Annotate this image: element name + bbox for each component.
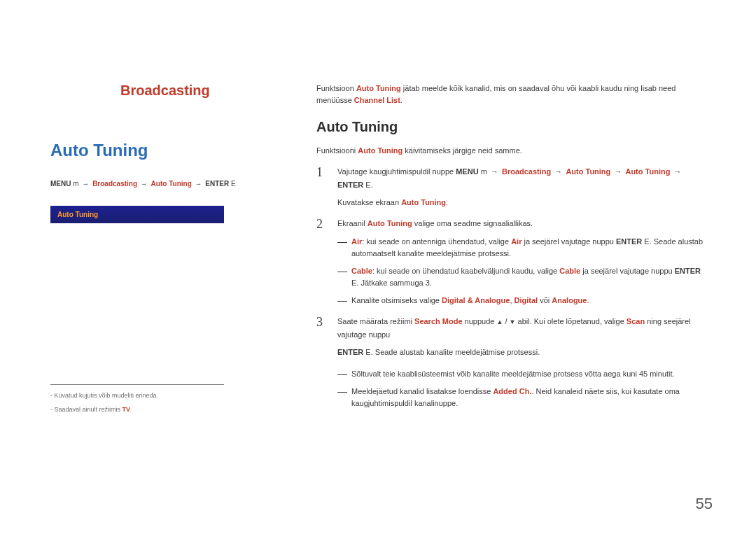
step-3-num: 3: [316, 315, 328, 358]
s2-d2-c: Cable: [559, 267, 580, 275]
s1-bc: Broadcasting: [502, 167, 551, 176]
s2-d1-a: Air: [351, 237, 362, 246]
arrow-icon: →: [82, 180, 89, 188]
menu-breadcrumb: MENU m → Broadcasting → Auto Tuning → EN…: [50, 180, 267, 188]
s2-d3-mid: või: [538, 296, 552, 304]
s1-l2b: Auto Tuning: [401, 198, 446, 206]
step-2-dash-3: ― Kanalite otsimiseks valige Digital & A…: [337, 295, 706, 307]
sub-intro-at: Auto Tuning: [358, 146, 402, 155]
s3-enter: ENTER: [337, 348, 363, 356]
s2-d2-enter: ENTER: [675, 267, 701, 275]
sub-intro-b: käivitamiseks järgige neid samme.: [402, 146, 522, 155]
s2-d1-d: ja seejärel vajutage nuppu: [522, 237, 616, 246]
triangle-up-icon: [496, 317, 503, 325]
arrow-icon: →: [491, 167, 498, 176]
s2-d1-c: Air: [511, 237, 522, 246]
s1-e: E: [365, 181, 370, 189]
intro-channel-list: Channel List: [354, 96, 400, 104]
s2-d1-e: E: [644, 237, 649, 246]
s2-b: valige oma seadme signaaliallikas.: [412, 219, 533, 227]
sub-intro: Funktsiooni Auto Tuning käivitamiseks jä…: [316, 145, 706, 157]
s1-m: m: [481, 167, 487, 176]
s1-l2a: Kuvatakse ekraan: [337, 198, 401, 206]
s2-d2-a: Cable: [351, 267, 372, 275]
footnote-1: - Kuvatud kujutis võib mudeliti erineda.: [50, 392, 267, 399]
intro-text-c: .: [400, 96, 402, 104]
s2-d3-a: Kanalite otsimiseks valige: [351, 296, 442, 304]
arrow-icon: →: [141, 180, 148, 188]
ui-sample-bar: Auto Tuning: [50, 206, 224, 223]
crumb-auto-tuning: Auto Tuning: [151, 180, 192, 188]
dash-icon: ―: [337, 295, 347, 307]
step-2-num: 2: [316, 217, 328, 307]
intro-auto-tuning: Auto Tuning: [356, 84, 401, 92]
s3-c: abil. Kui olete lõpetanud, valige: [515, 317, 626, 325]
note-1-body: Sõltuvalt teie kaablisüsteemist võib kan…: [351, 368, 706, 380]
step-2: 2 Ekraanil Auto Tuning valige oma seadme…: [316, 217, 706, 307]
s2-d3-d: Analogue: [552, 296, 587, 304]
s1-at: Auto Tuning: [566, 167, 610, 176]
footnote-2-suffix: .: [130, 406, 132, 413]
page-number: 55: [696, 495, 713, 513]
s3-tail: . Seade alustab kanalite meeldejätmise p…: [371, 348, 540, 356]
sub-heading: Auto Tuning: [316, 119, 706, 135]
menu-label: MENU: [50, 180, 71, 188]
s2-d1-b: : kui seade on antenniga ühendatud, vali…: [362, 237, 511, 246]
s2-d1-enter: ENTER: [616, 237, 642, 246]
step-2-dash-2: ― Cable: kui seade on ühendatud kaabelvä…: [337, 265, 706, 289]
s3-sm: Search Mode: [414, 317, 462, 325]
footnote-2-tv: TV: [122, 406, 131, 413]
s2-d3: Kanalite otsimiseks valige Digital & Ana…: [351, 295, 706, 307]
s3-b: nuppude: [463, 317, 497, 325]
s2-d2-d: ja seejärel vajutage nuppu: [580, 267, 675, 275]
s2-d3-tail: .: [587, 296, 589, 304]
s2-d2-b: : kui seade on ühendatud kaabelväljundi …: [372, 267, 559, 275]
dash-icon: ―: [337, 386, 347, 409]
section-title: Auto Tuning: [50, 141, 267, 160]
s1-a: Vajutage kaugjuhtimispuldil nuppe: [337, 167, 456, 176]
crumb-broadcasting: Broadcasting: [92, 180, 137, 188]
footnote-2: - Saadaval ainult režiimis TV.: [50, 406, 267, 413]
enter-glyph: E: [231, 180, 236, 188]
s3-e: E: [365, 348, 370, 356]
s3-scan: Scan: [626, 317, 645, 325]
s2-d1: Air: kui seade on antenniga ühendatud, v…: [351, 236, 706, 260]
dash-icon: ―: [337, 236, 347, 260]
note-1: ― Sõltuvalt teie kaablisüsteemist võib k…: [337, 368, 706, 380]
note-2-body: Meeldejäetud kanalid lisatakse loendisse…: [351, 386, 706, 409]
step-1: 1 Vajutage kaugjuhtimispuldil nuppe MENU…: [316, 165, 706, 209]
s2-at: Auto Tuning: [368, 219, 412, 227]
s1-enter: ENTER: [337, 181, 363, 189]
sub-intro-a: Funktsiooni: [316, 146, 358, 155]
dash-icon: ―: [337, 368, 347, 380]
s2-d3-c: Digital: [514, 296, 538, 304]
chapter-heading: Broadcasting: [120, 83, 267, 99]
s2-d2: Cable: kui seade on ühendatud kaabelvälj…: [351, 265, 706, 289]
step-2-dash-1: ― Air: kui seade on antenniga ühendatud,…: [337, 236, 706, 260]
step-1-num: 1: [316, 165, 328, 209]
note-2: ― Meeldejäetud kanalid lisatakse loendis…: [337, 386, 706, 409]
arrow-icon: →: [195, 180, 202, 188]
step-3: 3 Saate määrata režiimi Search Mode nupp…: [316, 315, 706, 358]
dash-icon: ―: [337, 265, 347, 289]
arrow-icon: →: [673, 167, 681, 176]
s1-at2: Auto Tuning: [625, 167, 670, 176]
enter-label: ENTER: [205, 180, 229, 188]
s2-d3-b: Digital & Analogue: [442, 296, 510, 304]
step-3-body: Saate määrata režiimi Search Mode nuppud…: [337, 315, 706, 358]
menu-glyph: m: [73, 180, 78, 188]
divider: [50, 384, 224, 385]
n2-b: Added Ch.: [493, 387, 531, 395]
s1-tail: .: [371, 181, 373, 189]
s1-menu: MENU: [456, 167, 478, 176]
s1-l2c: .: [446, 198, 448, 206]
footnote-2-text: - Saadaval ainult režiimis: [50, 406, 122, 413]
s2-d2-tail: . Jätkake sammuga 3.: [356, 279, 432, 287]
arrow-icon: →: [554, 167, 562, 176]
step-1-body: Vajutage kaugjuhtimispuldil nuppe MENU m…: [337, 165, 706, 209]
intro-text-a: Funktsioon: [316, 84, 356, 92]
s2-a: Ekraanil: [337, 219, 368, 227]
arrow-icon: →: [614, 167, 622, 176]
step-2-body: Ekraanil Auto Tuning valige oma seadme s…: [337, 217, 706, 307]
intro-paragraph: Funktsioon Auto Tuning jätab meelde kõik…: [316, 83, 706, 106]
